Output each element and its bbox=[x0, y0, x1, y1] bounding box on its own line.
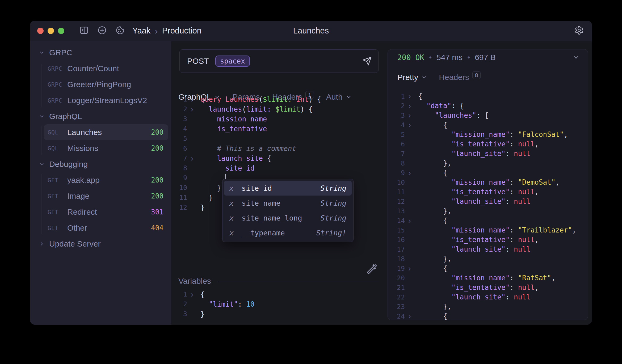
autocomplete-item-site-name[interactable]: x site_name String bbox=[224, 196, 352, 210]
code-line: 8 site_id bbox=[175, 163, 380, 173]
request-label: Counter/Count bbox=[67, 64, 119, 73]
autocomplete-label: site_name bbox=[242, 199, 280, 207]
tab-pretty[interactable]: Pretty bbox=[397, 73, 427, 82]
line-number: 21 bbox=[393, 284, 405, 291]
sidebar-group-label: Debugging bbox=[49, 160, 88, 169]
add-request-icon[interactable] bbox=[97, 26, 107, 36]
format-wand-icon[interactable] bbox=[367, 264, 377, 276]
traffic-lights bbox=[37, 28, 64, 34]
line-number: 5 bbox=[175, 135, 187, 142]
request-label: Logger/StreamLogsV2 bbox=[67, 96, 147, 105]
code-text: "limit": 10 bbox=[200, 300, 255, 308]
fold-chevron-icon[interactable]: › bbox=[187, 290, 197, 299]
line-number: 12 bbox=[393, 198, 405, 205]
minimize-window-button[interactable] bbox=[48, 28, 54, 34]
response-size: 697 B bbox=[475, 53, 495, 62]
line-number: 18 bbox=[393, 255, 405, 263]
code-line: 15 "mission_name": "Trailblazer", bbox=[393, 225, 585, 235]
breadcrumb-app[interactable]: Yaak bbox=[132, 26, 150, 36]
response-status: 200 OK bbox=[397, 53, 424, 62]
sidebar-item-image[interactable]: GET Image 200 bbox=[44, 188, 168, 204]
method-badge: GRPC bbox=[48, 97, 67, 104]
code-text: } bbox=[200, 184, 221, 192]
sidebar-item-logger-streamlogs[interactable]: GRPC Logger/StreamLogsV2 bbox=[44, 92, 168, 108]
sidebar-item-launches[interactable]: GQL Launches 200 bbox=[44, 124, 168, 140]
fold-chevron-icon[interactable]: › bbox=[405, 264, 414, 273]
fold-chevron-icon[interactable]: › bbox=[405, 168, 414, 177]
fold-chevron-icon[interactable]: › bbox=[405, 92, 414, 101]
sidebar-group-grpc[interactable]: GRPC bbox=[30, 45, 171, 61]
separator-dot: • bbox=[467, 53, 470, 62]
sidebar-item-redirect[interactable]: GET Redirect 301 bbox=[44, 204, 168, 220]
tab-label: Headers bbox=[439, 73, 469, 82]
field-kind-icon: x bbox=[229, 199, 242, 207]
method-badge: GQL bbox=[48, 145, 67, 152]
autocomplete-item-site-id[interactable]: x site_id String bbox=[224, 181, 352, 196]
sidebar-item-missions[interactable]: GQL Missions 200 bbox=[44, 140, 168, 156]
line-number: 14 bbox=[393, 217, 405, 225]
request-pane: POST spacex GraphQL Params Headers 1 bbox=[171, 41, 384, 325]
breadcrumb-workspace[interactable]: Production bbox=[162, 26, 201, 36]
code-line: 4› { bbox=[393, 120, 585, 130]
code-line: 12 "launch_site": null bbox=[393, 197, 585, 206]
sidebar-group-label: GRPC bbox=[49, 48, 72, 57]
code-text: { bbox=[418, 264, 447, 272]
sidebar-toggle-icon[interactable] bbox=[79, 26, 89, 36]
code-line: 4 is_tentative bbox=[175, 124, 380, 134]
code-line: 20 "mission_name": "RatSat", bbox=[393, 273, 585, 283]
fold-chevron-icon[interactable]: › bbox=[187, 154, 197, 163]
fold-chevron-icon[interactable]: › bbox=[405, 120, 414, 129]
code-line: 3 mission_name bbox=[175, 114, 380, 124]
status-badge: 301 bbox=[151, 208, 163, 216]
send-request-icon[interactable] bbox=[362, 56, 372, 66]
fold-chevron-icon[interactable]: › bbox=[405, 101, 414, 110]
status-badge: 200 bbox=[151, 176, 163, 184]
code-line: 17 "launch_site": null bbox=[393, 244, 585, 254]
code-line: 13 }, bbox=[393, 206, 585, 216]
response-card: 200 OK • 547 ms • 697 B Pretty Header bbox=[388, 49, 588, 320]
autocomplete-item-site-name-long[interactable]: x site_name_long String bbox=[224, 210, 352, 225]
chevron-down-icon[interactable] bbox=[572, 54, 580, 61]
response-header: 200 OK • 547 ms • 697 B bbox=[388, 49, 588, 65]
tab-response-headers[interactable]: Headers 8 bbox=[439, 73, 481, 82]
sidebar-item-other[interactable]: GET Other 404 bbox=[44, 220, 168, 236]
fold-chevron-icon[interactable]: › bbox=[187, 105, 197, 114]
settings-gear-icon[interactable] bbox=[574, 26, 584, 36]
code-line: 7 "launch_site": null bbox=[393, 149, 585, 158]
fold-chevron-icon[interactable]: › bbox=[405, 111, 414, 120]
sidebar-group-graphql[interactable]: GraphQL bbox=[30, 108, 171, 124]
autocomplete-item-typename[interactable]: x __typename String! bbox=[224, 225, 352, 240]
breadcrumb: Yaak › Production bbox=[132, 26, 201, 36]
close-window-button[interactable] bbox=[37, 28, 44, 34]
sidebar-item-counter-count[interactable]: GRPC Counter/Count bbox=[44, 61, 168, 77]
sidebar-item-yaak-app[interactable]: GET yaak.app 200 bbox=[44, 172, 168, 188]
section-divider bbox=[217, 281, 379, 281]
code-text: launch_site { bbox=[200, 154, 271, 162]
cookies-icon[interactable] bbox=[115, 26, 125, 36]
url-bar[interactable]: POST spacex bbox=[179, 49, 379, 73]
fold-chevron-icon[interactable]: › bbox=[187, 95, 197, 104]
code-text: is_tentative bbox=[200, 125, 267, 133]
code-text: launches(limit: $limit) { bbox=[200, 105, 313, 113]
field-kind-icon: x bbox=[229, 184, 242, 192]
code-text: "mission_name": "DemoSat", bbox=[418, 178, 560, 186]
line-number: 4 bbox=[393, 121, 405, 129]
url-template-chip[interactable]: spacex bbox=[215, 56, 250, 67]
response-body-viewer[interactable]: 1›{2› "data": {3› "launches": [4› {5 "mi… bbox=[393, 91, 585, 320]
fold-chevron-icon[interactable]: › bbox=[405, 312, 414, 320]
separator-dot: • bbox=[429, 53, 432, 62]
request-label: Other bbox=[67, 223, 87, 232]
zoom-window-button[interactable] bbox=[58, 28, 64, 34]
code-line: 23 }, bbox=[393, 302, 585, 311]
autocomplete-type: String bbox=[320, 199, 346, 207]
sidebar-group-update-server[interactable]: Update Server bbox=[30, 236, 171, 252]
sidebar-item-greeter-pingpong[interactable]: GRPC Greeter/PingPong bbox=[44, 77, 168, 92]
variables-editor[interactable]: 1›{2 "limit": 103} bbox=[175, 289, 380, 319]
line-number: 23 bbox=[393, 303, 405, 311]
fold-chevron-icon[interactable]: › bbox=[405, 216, 414, 225]
line-number: 9 bbox=[175, 174, 187, 182]
line-number: 3 bbox=[175, 115, 187, 123]
line-number: 3 bbox=[393, 112, 405, 119]
sidebar-group-debugging[interactable]: Debugging bbox=[30, 156, 171, 172]
code-line: 2› "data": { bbox=[393, 101, 585, 111]
